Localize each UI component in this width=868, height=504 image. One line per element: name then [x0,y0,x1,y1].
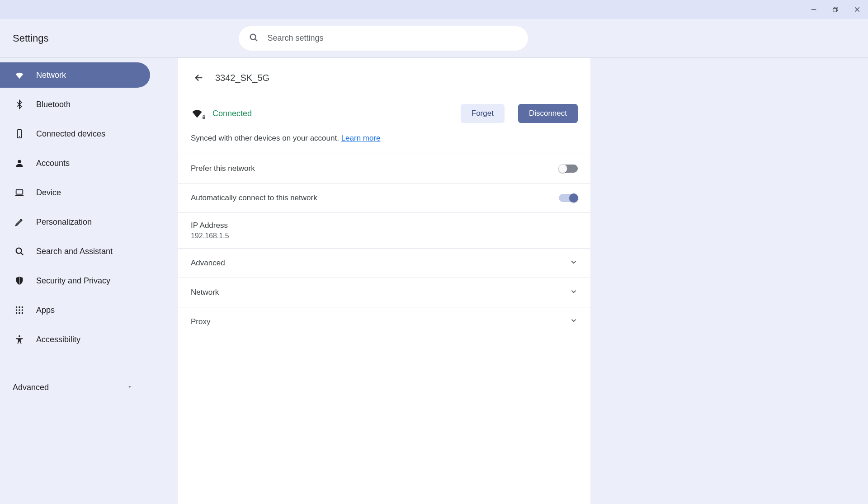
svg-rect-10 [16,190,23,194]
svg-point-16 [22,306,24,308]
sync-info-row: Synced with other devices on your accoun… [178,123,590,154]
svg-point-22 [22,312,24,314]
sidebar-item-apps[interactable]: Apps [0,297,150,323]
phone-icon [14,128,25,140]
accessibility-icon [14,334,25,345]
svg-point-20 [16,312,18,314]
window-titlebar [0,0,868,19]
shield-icon [14,275,25,287]
svg-point-19 [22,309,24,311]
svg-point-17 [16,309,18,311]
ip-address-row: IP Address 192.168.1.5 [178,212,590,248]
auto-connect-row: Automatically connect to this network [178,183,590,212]
chevron-down-icon [127,383,133,392]
svg-point-23 [19,335,20,337]
back-button[interactable] [191,70,207,86]
search-input[interactable] [268,33,518,43]
wifi-icon [14,69,25,81]
ip-address-label: IP Address [191,221,578,230]
ip-address-value: 192.168.1.5 [191,232,578,240]
window-restore-button[interactable] [829,3,842,16]
sidebar-item-bluetooth[interactable]: Bluetooth [0,92,150,117]
sidebar-item-personalization[interactable]: Personalization [0,209,150,235]
apps-grid-icon [14,304,25,316]
auto-connect-label: Automatically connect to this network [191,193,317,203]
network-name-title: 3342_SK_5G [215,73,269,83]
person-icon [14,157,25,169]
sidebar-item-accessibility[interactable]: Accessibility [0,327,150,352]
wifi-secure-icon [191,107,204,120]
disconnect-button[interactable]: Disconnect [518,104,578,123]
advanced-section-row[interactable]: Advanced [178,248,590,278]
forget-button[interactable]: Forget [461,104,505,123]
sidebar-item-accounts[interactable]: Accounts [0,151,150,176]
chevron-down-icon [570,258,578,268]
advanced-section-label: Advanced [191,259,225,268]
app-header: Settings [0,19,868,58]
prefer-network-label: Prefer this network [191,164,255,173]
sidebar-item-network[interactable]: Network [0,62,150,88]
svg-point-18 [19,309,20,311]
svg-point-14 [16,306,18,308]
sidebar-item-label: Accessibility [36,335,80,344]
svg-point-21 [19,312,20,314]
sidebar-item-label: Device [36,188,61,198]
learn-more-link[interactable]: Learn more [341,134,381,142]
prefer-network-row: Prefer this network [178,154,590,183]
chevron-down-icon [570,316,578,327]
sidebar-item-search-assistant[interactable]: Search and Assistant [0,239,150,264]
sidebar-item-label: Personalization [36,217,92,227]
sidebar-item-label: Network [36,71,66,80]
svg-point-12 [16,248,22,254]
sidebar-item-device[interactable]: Device [0,180,150,205]
pencil-icon [14,216,25,228]
auto-connect-toggle[interactable] [559,194,578,202]
search-box[interactable] [239,26,528,51]
window-close-button[interactable] [851,3,863,16]
sidebar-item-security-privacy[interactable]: Security and Privacy [0,268,150,293]
network-section-row[interactable]: Network [178,278,590,307]
sync-text: Synced with other devices on your accoun… [191,134,341,142]
network-section-label: Network [191,288,219,297]
svg-point-5 [250,34,255,39]
connection-status: Connected [212,109,252,118]
chevron-down-icon [570,287,578,298]
search-icon [249,33,259,44]
svg-point-9 [18,160,21,163]
sidebar-item-connected-devices[interactable]: Connected devices [0,121,150,146]
window-minimize-button[interactable] [807,3,820,16]
sidebar: Network Bluetooth Connected devices Acco… [0,58,178,504]
sidebar-item-label: Security and Privacy [36,276,110,286]
sidebar-advanced-toggle[interactable]: Advanced [0,375,178,400]
sidebar-item-label: Accounts [36,159,70,168]
proxy-section-label: Proxy [191,317,210,326]
sidebar-item-label: Connected devices [36,129,105,139]
svg-rect-2 [833,8,837,12]
sidebar-item-label: Search and Assistant [36,247,113,256]
bluetooth-icon [14,99,25,110]
svg-line-6 [255,39,257,41]
sidebar-advanced-label: Advanced [13,383,49,392]
sidebar-item-label: Apps [36,306,55,315]
prefer-network-toggle[interactable] [559,165,578,173]
sidebar-item-label: Bluetooth [36,100,71,109]
lock-icon [202,113,206,121]
proxy-section-row[interactable]: Proxy [178,307,590,336]
svg-line-13 [21,253,24,255]
network-detail-card: 3342_SK_5G Connected Forget Disconnect S… [178,58,590,504]
laptop-icon [14,187,25,198]
search-icon [14,245,25,257]
svg-point-15 [19,306,20,308]
app-title: Settings [13,33,49,44]
